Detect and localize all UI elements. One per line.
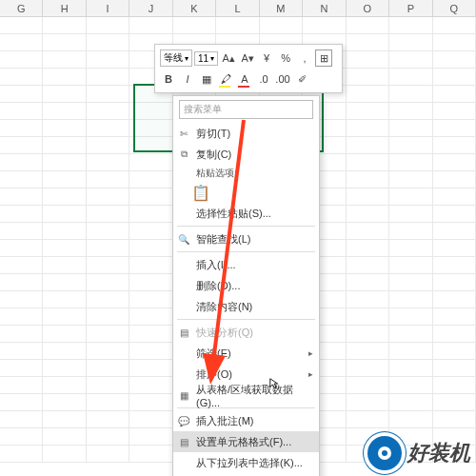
grid-cell[interactable] [43, 103, 86, 120]
font-name-select[interactable]: 等线▾ [160, 50, 192, 67]
grid-cell[interactable] [433, 343, 476, 360]
font-size-select[interactable]: 11▾ [194, 51, 218, 66]
grid-cell[interactable] [0, 86, 43, 103]
grid-cell[interactable] [347, 206, 389, 223]
increase-font-icon[interactable]: A▴ [220, 50, 237, 67]
grid-cell[interactable] [389, 223, 432, 240]
grid-cell[interactable] [389, 360, 432, 377]
grid-cell[interactable] [43, 17, 86, 34]
menu-item-clear[interactable]: 清除内容(N) [173, 296, 319, 317]
menu-item-paste[interactable]: 📋 [173, 182, 319, 203]
grid-cell[interactable] [87, 360, 129, 377]
grid-cell[interactable] [0, 171, 43, 188]
currency-icon[interactable]: ¥ [258, 50, 275, 67]
column-header[interactable]: J [129, 0, 172, 16]
grid-cell[interactable] [87, 428, 129, 446]
grid-cell[interactable] [433, 206, 476, 223]
font-color-icon[interactable]: A [236, 70, 253, 88]
grid-cell[interactable] [433, 17, 476, 34]
menu-item-get-data[interactable]: ▦从表格/区域获取数据(G)... [173, 385, 319, 406]
grid-cell[interactable] [347, 137, 389, 154]
menu-item-insert[interactable]: 插入(I)... [173, 254, 319, 275]
column-header[interactable]: P [389, 0, 432, 16]
grid-cell[interactable] [389, 377, 432, 394]
grid-cell[interactable] [347, 69, 389, 86]
grid-cell[interactable] [347, 223, 389, 240]
format-painter-icon[interactable]: ✐ [293, 70, 310, 88]
grid-cell[interactable] [347, 308, 389, 326]
grid-cell[interactable] [87, 257, 129, 274]
fill-color-icon[interactable]: 🖍 [217, 70, 234, 88]
grid-cell[interactable] [433, 154, 476, 171]
grid-cell[interactable] [389, 206, 432, 223]
menu-search-input[interactable]: 搜索菜单 [179, 100, 313, 119]
grid-cell[interactable] [0, 274, 43, 291]
grid-cell[interactable] [43, 51, 86, 69]
grid-cell[interactable] [43, 291, 86, 308]
menu-item-filter[interactable]: 筛选(E)▸ [173, 343, 319, 364]
grid-cell[interactable] [303, 17, 346, 34]
grid-cell[interactable] [347, 411, 389, 428]
column-header[interactable]: M [260, 0, 303, 16]
grid-cell[interactable] [173, 17, 216, 34]
grid-cell[interactable] [347, 154, 389, 171]
grid-cell[interactable] [129, 188, 172, 206]
comma-icon[interactable]: , [296, 50, 313, 67]
menu-item-copy[interactable]: ⧉复制(C) [173, 144, 319, 165]
grid-cell[interactable] [87, 34, 129, 51]
grid-cell[interactable] [87, 69, 129, 86]
grid-cell[interactable] [87, 240, 129, 257]
grid-cell[interactable] [389, 17, 432, 34]
column-header[interactable]: Q [433, 0, 476, 16]
percent-icon[interactable]: % [277, 50, 294, 67]
grid-cell[interactable] [43, 274, 86, 291]
grid-cell[interactable] [87, 188, 129, 206]
increase-decimal-icon[interactable]: .00 [274, 70, 291, 88]
grid-cell[interactable] [0, 34, 43, 51]
grid-cell[interactable] [129, 411, 172, 428]
grid-cell[interactable] [87, 171, 129, 188]
grid-cell[interactable] [43, 137, 86, 154]
grid-cell[interactable] [0, 360, 43, 377]
grid-cell[interactable] [0, 291, 43, 308]
grid-cell[interactable] [433, 69, 476, 86]
grid-cell[interactable] [0, 411, 43, 428]
grid-cell[interactable] [129, 171, 172, 188]
grid-cell[interactable] [433, 411, 476, 428]
column-header[interactable]: N [303, 0, 346, 16]
grid-cell[interactable] [433, 86, 476, 103]
decrease-font-icon[interactable]: A▾ [239, 50, 256, 67]
grid-cell[interactable] [129, 257, 172, 274]
grid-cell[interactable] [0, 257, 43, 274]
grid-cell[interactable] [433, 326, 476, 343]
grid-cell[interactable] [433, 291, 476, 308]
grid-cell[interactable] [87, 154, 129, 171]
grid-cell[interactable] [129, 291, 172, 308]
grid-cell[interactable] [43, 171, 86, 188]
grid-cell[interactable] [0, 120, 43, 137]
grid-cell[interactable] [347, 240, 389, 257]
grid-cell[interactable] [433, 223, 476, 240]
grid-cell[interactable] [87, 377, 129, 394]
grid-cell[interactable] [43, 377, 86, 394]
grid-cell[interactable] [433, 103, 476, 120]
grid-cell[interactable] [43, 240, 86, 257]
grid-cell[interactable] [0, 154, 43, 171]
grid-cell[interactable] [0, 343, 43, 360]
grid-cell[interactable] [433, 394, 476, 411]
grid-cell[interactable] [389, 171, 432, 188]
grid-cell[interactable] [43, 446, 86, 463]
grid-cell[interactable] [129, 394, 172, 411]
grid-cell[interactable] [433, 257, 476, 274]
grid-cell[interactable] [347, 343, 389, 360]
grid-cell[interactable] [0, 240, 43, 257]
grid-cell[interactable] [129, 17, 172, 34]
grid-cell[interactable] [433, 51, 476, 69]
grid-cell[interactable] [0, 377, 43, 394]
grid-cell[interactable] [0, 326, 43, 343]
border-icon[interactable]: ▦ [198, 70, 215, 88]
grid-cell[interactable] [87, 308, 129, 326]
grid-cell[interactable] [87, 137, 129, 154]
column-header[interactable]: O [347, 0, 389, 16]
grid-cell[interactable] [0, 137, 43, 154]
